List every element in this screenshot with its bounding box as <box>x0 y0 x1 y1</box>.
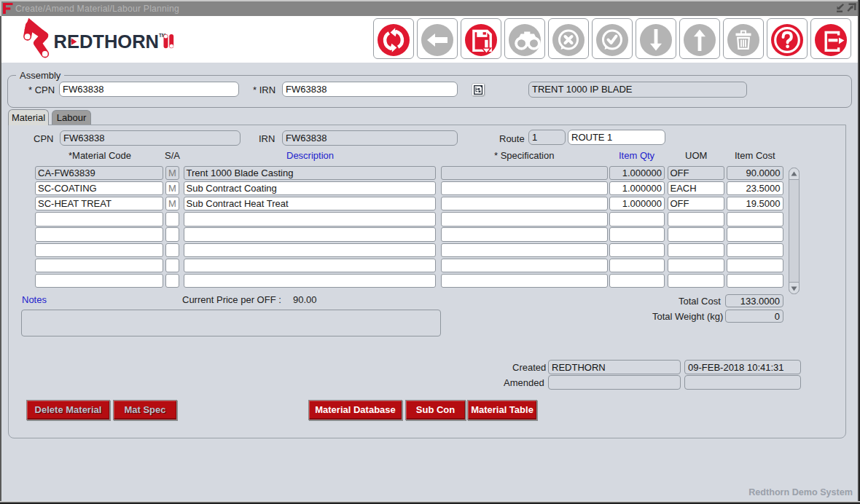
svg-text:REDTHORN: REDTHORN <box>54 31 160 52</box>
